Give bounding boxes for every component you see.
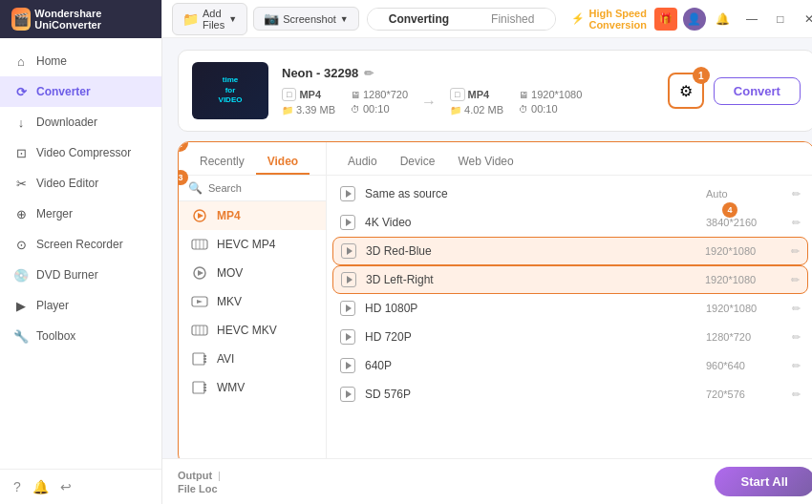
sidebar-label-editor: Video Editor bbox=[36, 177, 98, 190]
app-topbar: 📁 Add Files ▼ 📷 Screenshot ▼ Converting … bbox=[162, 0, 812, 38]
format-item-mp4[interactable]: MP4 bbox=[179, 201, 326, 230]
edit-icon-3d-rb[interactable]: ✏ bbox=[791, 245, 800, 258]
format-selector-popup: 2 Recently Video 3 🔍 bbox=[178, 141, 812, 466]
svg-marker-7 bbox=[198, 270, 203, 276]
tab-audio[interactable]: Audio bbox=[336, 150, 389, 175]
tab-recently[interactable]: Recently bbox=[188, 150, 256, 175]
format-item-mov[interactable]: MOV bbox=[179, 259, 326, 287]
quality-640p[interactable]: 640P 960*640 ✏ bbox=[327, 351, 812, 380]
feedback-icon[interactable]: ↩ bbox=[60, 479, 72, 494]
sidebar-item-toolbox[interactable]: 🔧 Toolbox bbox=[0, 321, 161, 351]
high-speed-label: ⚡ High Speed Conversion bbox=[571, 8, 647, 31]
minimize-button[interactable]: — bbox=[740, 8, 763, 31]
content-area: timeforVIDEO Neon - 32298 ✏ □ MP4 bbox=[162, 38, 812, 504]
sidebar-item-video-editor[interactable]: ✂ Video Editor bbox=[0, 168, 161, 199]
quality-4k[interactable]: 4K Video 4 3840*2160 ✏ bbox=[327, 208, 812, 237]
file-info: Neon - 32298 ✏ □ MP4 📁 3.39 MB bbox=[282, 66, 654, 116]
badge-number-1: 1 bbox=[693, 67, 710, 84]
user-button[interactable]: 👤 bbox=[683, 8, 706, 31]
screenshot-button[interactable]: 📷 Screenshot ▼ bbox=[253, 7, 359, 31]
svg-rect-14 bbox=[193, 353, 204, 365]
search-input[interactable] bbox=[208, 182, 340, 194]
mp4-icon bbox=[190, 208, 209, 223]
sidebar-item-dvd-burner[interactable]: 💿 DVD Burner bbox=[0, 260, 161, 290]
edit-icon-1080p[interactable]: ✏ bbox=[792, 303, 801, 315]
quality-same-as-source[interactable]: Same as source Auto ✏ bbox=[327, 179, 812, 208]
play-icon-640p bbox=[340, 358, 355, 373]
downloader-icon: ↓ bbox=[13, 115, 29, 130]
maximize-button[interactable]: □ bbox=[769, 8, 792, 31]
avi-icon bbox=[190, 351, 209, 367]
format-item-hevc-mkv[interactable]: HEVC MKV bbox=[179, 316, 326, 345]
sidebar-label-downloader: Downloader bbox=[36, 116, 97, 129]
format-right-panel: Audio Device Web Video Same as source Au… bbox=[327, 142, 812, 465]
edit-icon-same[interactable]: ✏ bbox=[792, 188, 801, 200]
app-header: 🎬 Wondershare UniConverter bbox=[0, 0, 161, 38]
sidebar-label-dvd: DVD Burner bbox=[36, 268, 98, 282]
settings-button[interactable]: ⚙ 1 bbox=[668, 73, 704, 109]
sidebar-item-video-compressor[interactable]: ⊡ Video Compressor bbox=[0, 137, 161, 168]
file-thumbnail: timeforVIDEO bbox=[192, 62, 268, 119]
player-icon: ▶ bbox=[13, 298, 29, 313]
format-item-wmv[interactable]: WMV bbox=[179, 373, 326, 402]
format-item-hevc-mp4[interactable]: HEVC MP4 bbox=[179, 230, 326, 259]
merger-icon: ⊕ bbox=[13, 206, 29, 221]
format-item-mkv[interactable]: MKV bbox=[179, 287, 326, 316]
format-left-panel: Recently Video 3 🔍 bbox=[179, 142, 327, 465]
svg-rect-19 bbox=[203, 384, 206, 386]
convert-button[interactable]: Convert bbox=[714, 77, 801, 105]
sidebar-item-home[interactable]: ⌂ Home bbox=[0, 46, 161, 76]
start-all-button[interactable]: Start All bbox=[715, 467, 812, 496]
badge-number-4: 4 bbox=[722, 202, 737, 218]
target-format: □ MP4 bbox=[450, 88, 503, 101]
tab-video[interactable]: Video bbox=[256, 150, 310, 175]
quality-3d-red-blue[interactable]: 3D Red-Blue 1920*1080 ✏ bbox=[332, 237, 808, 265]
play-icon-720p bbox=[340, 329, 355, 345]
sidebar-label-converter: Converter bbox=[36, 85, 91, 98]
app-name: Wondershare UniConverter bbox=[34, 8, 150, 31]
add-files-button[interactable]: 📁 Add Files ▼ bbox=[172, 3, 247, 35]
sidebar-item-merger[interactable]: ⊕ Merger bbox=[0, 199, 161, 229]
tab-finished[interactable]: Finished bbox=[470, 9, 555, 30]
play-icon-576p bbox=[340, 387, 355, 402]
edit-icon[interactable]: ✏ bbox=[364, 67, 374, 80]
sidebar-item-converter[interactable]: ⟳ Converter bbox=[0, 76, 161, 107]
sidebar-item-player[interactable]: ▶ Player bbox=[0, 290, 161, 321]
svg-rect-18 bbox=[193, 382, 204, 393]
arrow-icon: → bbox=[421, 94, 437, 111]
dvd-icon: 💿 bbox=[13, 267, 29, 283]
chevron-down-icon-2: ▼ bbox=[340, 14, 349, 24]
source-duration: ⏱ 00:10 bbox=[351, 103, 408, 115]
format-tabs: Recently Video bbox=[179, 142, 326, 176]
edit-icon-4k[interactable]: ✏ bbox=[792, 217, 801, 229]
quality-sd-576p[interactable]: SD 576P 720*576 ✏ bbox=[327, 380, 812, 409]
quality-hd-720p[interactable]: HD 720P 1280*720 ✏ bbox=[327, 323, 812, 351]
compressor-icon: ⊡ bbox=[13, 145, 29, 160]
app-logo: 🎬 bbox=[11, 8, 31, 31]
add-icon: 📁 bbox=[182, 11, 199, 27]
bell-button[interactable]: 🔔 bbox=[712, 8, 735, 31]
close-button[interactable]: ✕ bbox=[798, 8, 812, 31]
tab-web-video[interactable]: Web Video bbox=[446, 150, 524, 175]
help-icon[interactable]: ? bbox=[13, 479, 21, 494]
tab-device[interactable]: Device bbox=[389, 150, 447, 175]
quality-3d-left-right[interactable]: 3D Left-Right 1920*1080 ✏ bbox=[332, 265, 808, 294]
sidebar-bottom: ? 🔔 ↩ bbox=[0, 469, 161, 504]
gift-button[interactable]: 🎁 bbox=[654, 8, 677, 31]
quality-hd-1080p[interactable]: HD 1080P 1920*1080 ✏ bbox=[327, 294, 812, 323]
edit-icon-3d-lr[interactable]: ✏ bbox=[791, 274, 800, 286]
notification-icon[interactable]: 🔔 bbox=[32, 479, 49, 494]
edit-icon-576p[interactable]: ✏ bbox=[792, 388, 801, 401]
sidebar-item-screen-recorder[interactable]: ⊙ Screen Recorder bbox=[0, 229, 161, 260]
format-item-avi[interactable]: AVI bbox=[179, 345, 326, 373]
edit-icon-640p[interactable]: ✏ bbox=[792, 360, 801, 372]
play-icon-3d-lr bbox=[341, 272, 356, 287]
file-card: timeforVIDEO Neon - 32298 ✏ □ MP4 bbox=[178, 50, 812, 132]
sidebar-item-downloader[interactable]: ↓ Downloader bbox=[0, 107, 161, 137]
edit-icon-720p[interactable]: ✏ bbox=[792, 331, 801, 344]
output-row: Output | bbox=[178, 470, 705, 481]
badge-number-3: 3 bbox=[178, 170, 188, 185]
sidebar-label-compressor: Video Compressor bbox=[36, 146, 131, 159]
tab-converting[interactable]: Converting bbox=[368, 9, 470, 30]
target-size: 📁 4.02 MB bbox=[450, 104, 503, 116]
